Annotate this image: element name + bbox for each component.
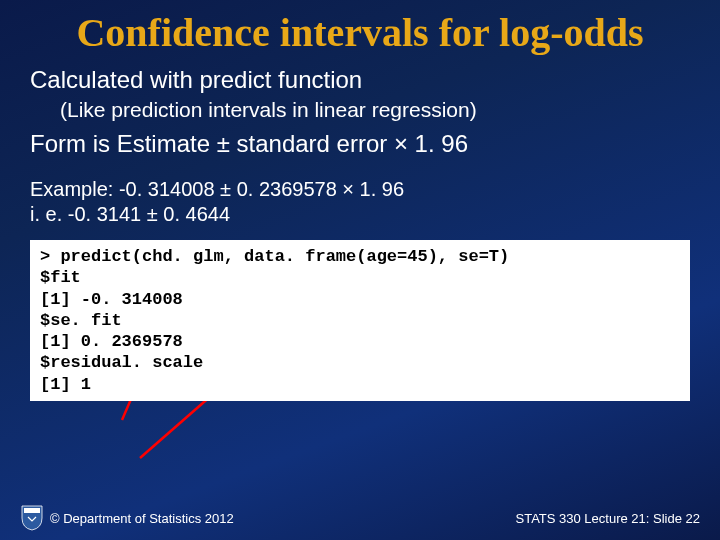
code-line: > predict(chd. glm, data. frame(age=45),… xyxy=(40,246,680,267)
code-line: [1] 1 xyxy=(40,374,680,395)
text-like-prediction: (Like prediction intervals in linear reg… xyxy=(0,96,720,128)
code-line: [1] 0. 2369578 xyxy=(40,331,680,352)
slide-number: STATS 330 Lecture 21: Slide 22 xyxy=(515,511,700,526)
text-calculated: Calculated with predict function xyxy=(0,60,720,96)
code-line: $se. fit xyxy=(40,310,680,331)
code-output-box: > predict(chd. glm, data. frame(age=45),… xyxy=(30,240,690,401)
copyright-text: © Department of Statistics 2012 xyxy=(50,511,234,526)
text-example-1: Example: -0. 314008 ± 0. 2369578 × 1. 96 xyxy=(0,172,720,203)
code-line: $fit xyxy=(40,267,680,288)
text-form: Form is Estimate ± standard error × 1. 9… xyxy=(0,128,720,172)
code-line: [1] -0. 314008 xyxy=(40,289,680,310)
footer: © Department of Statistics 2012 STATS 33… xyxy=(0,504,720,532)
code-line: $residual. scale xyxy=(40,352,680,373)
slide-title: Confidence intervals for log-odds xyxy=(0,0,720,60)
svg-rect-2 xyxy=(24,508,40,513)
university-crest-icon xyxy=(20,504,44,532)
text-example-2: i. e. -0. 3141 ± 0. 4644 xyxy=(0,203,720,236)
